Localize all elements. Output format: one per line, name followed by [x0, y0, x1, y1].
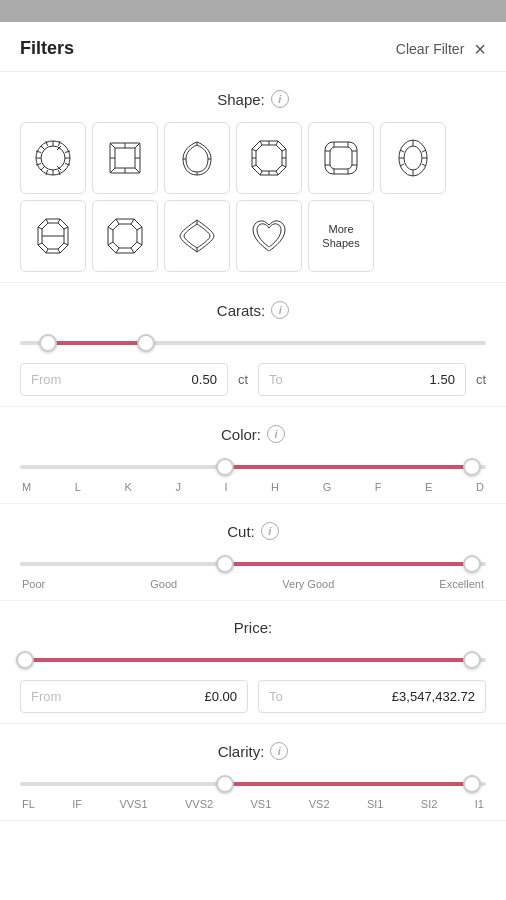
price-from-input[interactable]: From £0.00	[20, 680, 248, 713]
carats-input-row: From 0.50 ct To 1.50 ct	[20, 363, 486, 396]
close-button[interactable]: ×	[474, 39, 486, 59]
price-thumb-left[interactable]	[16, 651, 34, 669]
price-label: Price:	[20, 619, 486, 636]
svg-line-34	[260, 141, 262, 145]
svg-line-71	[64, 243, 68, 245]
clarity-thumb-right[interactable]	[463, 775, 481, 793]
shape-emerald[interactable]	[20, 200, 86, 272]
svg-line-82	[137, 242, 142, 245]
color-slider[interactable]	[20, 457, 486, 477]
svg-line-64	[400, 164, 404, 166]
svg-line-74	[38, 243, 42, 245]
svg-line-6	[41, 146, 45, 150]
price-section: Price: From £0.00 To £3,547,432.72	[0, 601, 506, 724]
cut-label: Cut: i	[20, 522, 486, 540]
price-to-input[interactable]: To £3,547,432.72	[258, 680, 486, 713]
color-thumb-right[interactable]	[463, 458, 481, 476]
svg-line-63	[422, 150, 426, 152]
svg-line-41	[252, 149, 256, 151]
svg-line-80	[131, 219, 134, 224]
svg-line-65	[422, 164, 426, 166]
color-fill	[225, 465, 472, 469]
svg-line-70	[64, 227, 68, 229]
shape-cushion[interactable]	[308, 122, 374, 194]
color-info-icon[interactable]: i	[267, 425, 285, 443]
color-labels: M L K J I H G F E D	[20, 481, 486, 493]
svg-marker-33	[256, 145, 282, 171]
svg-marker-78	[113, 224, 137, 248]
carats-info-icon[interactable]: i	[271, 301, 289, 319]
svg-line-37	[282, 165, 286, 167]
clarity-slider[interactable]	[20, 774, 486, 794]
svg-line-81	[137, 227, 142, 230]
cut-fill	[225, 562, 472, 566]
svg-line-38	[276, 171, 278, 175]
filter-header: Filters Clear Filter ×	[0, 22, 506, 72]
color-section: Color: i M L K J I H G F E D	[0, 407, 506, 504]
cut-thumb-right[interactable]	[463, 555, 481, 573]
svg-line-35	[276, 141, 278, 145]
carats-to-input[interactable]: To 1.50	[258, 363, 466, 396]
svg-rect-19	[115, 148, 135, 168]
cut-thumb-left[interactable]	[216, 555, 234, 573]
clarity-label: Clarity: i	[20, 742, 486, 760]
color-label: Color: i	[20, 425, 486, 443]
header-actions: Clear Filter ×	[396, 39, 486, 59]
price-input-row: From £0.00 To £3,547,432.72	[20, 680, 486, 713]
shape-heart[interactable]	[236, 200, 302, 272]
price-thumb-right[interactable]	[463, 651, 481, 669]
svg-line-84	[116, 248, 119, 253]
more-shapes-button[interactable]: More Shapes	[308, 200, 374, 272]
svg-point-57	[404, 146, 422, 170]
carats-section: Carats: i From 0.50 ct To 1.50 ct	[0, 283, 506, 407]
clarity-thumb-left[interactable]	[216, 775, 234, 793]
cut-slider[interactable]	[20, 554, 486, 574]
clarity-info-icon[interactable]: i	[270, 742, 288, 760]
shape-radiant[interactable]	[236, 122, 302, 194]
shape-label: Shape: i	[20, 90, 486, 108]
shape-marquise[interactable]	[164, 200, 230, 272]
svg-line-8	[41, 166, 45, 170]
svg-line-72	[58, 249, 60, 253]
shape-info-icon[interactable]: i	[271, 90, 289, 108]
carats-thumb-left[interactable]	[39, 334, 57, 352]
panel-title: Filters	[20, 38, 74, 59]
svg-line-23	[135, 168, 140, 173]
clarity-labels: FL IF VVS1 VVS2 VS1 VS2 SI1 SI2 I1	[20, 798, 486, 810]
clear-filter-button[interactable]: Clear Filter	[396, 41, 464, 57]
shape-round[interactable]	[20, 122, 86, 194]
cut-section: Cut: i Poor Good Very Good Excellent	[0, 504, 506, 601]
svg-line-79	[116, 219, 119, 224]
shape-oval[interactable]	[380, 122, 446, 194]
carats-thumb-right[interactable]	[137, 334, 155, 352]
carats-slider[interactable]	[20, 333, 486, 353]
carats-from-input[interactable]: From 0.50	[20, 363, 228, 396]
svg-line-69	[58, 219, 60, 223]
carats-fill	[48, 341, 146, 345]
carats-label: Carats: i	[20, 301, 486, 319]
svg-line-68	[46, 219, 48, 223]
cut-info-icon[interactable]: i	[261, 522, 279, 540]
svg-marker-32	[252, 141, 286, 175]
svg-line-21	[135, 143, 140, 148]
svg-line-39	[260, 171, 262, 175]
filter-panel: Filters Clear Filter × Shape: i	[0, 0, 506, 900]
svg-line-73	[46, 249, 48, 253]
svg-rect-47	[330, 147, 352, 169]
svg-line-83	[131, 248, 134, 253]
svg-line-20	[110, 143, 115, 148]
price-slider[interactable]	[20, 650, 486, 670]
clarity-fill	[225, 782, 472, 786]
shape-asscher[interactable]	[92, 200, 158, 272]
svg-line-86	[108, 227, 113, 230]
svg-line-62	[400, 150, 404, 152]
price-fill	[25, 658, 472, 662]
svg-line-22	[110, 168, 115, 173]
shape-princess[interactable]	[92, 122, 158, 194]
svg-line-40	[252, 165, 256, 167]
shape-pear[interactable]	[164, 122, 230, 194]
shape-section: Shape: i	[0, 72, 506, 283]
clarity-section: Clarity: i FL IF VVS1 VVS2 VS1 VS2 SI1 S…	[0, 724, 506, 821]
svg-line-75	[38, 227, 42, 229]
color-thumb-left[interactable]	[216, 458, 234, 476]
